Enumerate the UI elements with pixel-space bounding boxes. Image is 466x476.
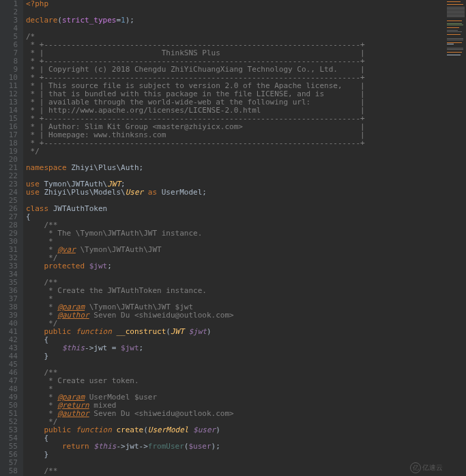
code-line[interactable]: namespace Zhiyi\Plus\Auth;	[26, 164, 446, 172]
code-line[interactable]: public function __construct(JWT $jwt)	[26, 328, 446, 336]
minimap-strip	[447, 16, 465, 17]
minimap-strip	[447, 40, 463, 40]
minimap-strip	[447, 23, 462, 24]
minimap-strip	[447, 38, 463, 39]
code-line[interactable]	[26, 459, 446, 467]
code-line[interactable]: * The \Tymon\JWTAuth\JWT instance.	[26, 229, 446, 238]
minimap-strip	[447, 55, 461, 55]
code-line[interactable]	[26, 25, 446, 33]
minimap-strip	[447, 48, 463, 48]
minimap-strip	[447, 34, 461, 35]
code-line[interactable]: * Create user token.	[26, 377, 446, 385]
code-line[interactable]: $this->jwt = $jwt;	[26, 344, 446, 352]
watermark: 亿 亿速云	[410, 462, 443, 473]
line-number-gutter: 1234567891011121314151617181920212223242…	[0, 0, 23, 476]
code-line[interactable]	[26, 361, 446, 369]
minimap-strip	[447, 42, 462, 43]
line-number: 58	[3, 467, 18, 475]
minimap-strip	[447, 12, 465, 13]
code-line[interactable]: }	[26, 451, 446, 459]
code-line[interactable]: /**	[26, 467, 446, 475]
minimap-strip	[447, 10, 465, 10]
code-line[interactable]: * @author Seven Du <shiweidu@outlook.com…	[26, 410, 446, 418]
minimap[interactable]	[446, 0, 466, 476]
code-line[interactable]: declare(strict_types=1);	[26, 16, 446, 25]
code-line[interactable]: public function create(UserModel $user)	[26, 426, 446, 434]
code-line[interactable]: }	[26, 352, 446, 361]
code-line[interactable]: protected $jwt;	[26, 262, 446, 270]
code-line[interactable]: * @author Seven Du <shiweidu@outlook.com…	[26, 311, 446, 320]
minimap-strip	[447, 14, 465, 14]
minimap-strip	[447, 1, 461, 2]
minimap-strip	[447, 11, 465, 12]
minimap-strip	[447, 30, 458, 31]
minimap-strip	[447, 31, 462, 32]
code-area[interactable]: <?php declare(strict_types=1); /* * +---…	[23, 0, 446, 476]
code-line[interactable]: * @var \Tymon\JWTAuth\JWT	[26, 246, 446, 254]
minimap-strip	[447, 20, 462, 21]
minimap-strip	[447, 44, 454, 44]
code-line[interactable]: <?php	[26, 0, 446, 8]
code-line[interactable]	[26, 270, 446, 279]
code-line[interactable]: * Create the JWTAuthToken instance.	[26, 287, 446, 295]
code-line[interactable]: */	[26, 148, 446, 156]
minimap-strip	[447, 52, 462, 53]
code-editor: 1234567891011121314151617181920212223242…	[0, 0, 446, 476]
minimap-strip	[447, 7, 465, 8]
code-line[interactable]: * +-------------------------------------…	[26, 139, 446, 148]
code-line[interactable]: {	[26, 213, 446, 221]
watermark-text: 亿速云	[422, 464, 443, 472]
minimap-strip	[447, 8, 465, 9]
minimap-strip	[447, 49, 463, 50]
minimap-strip	[447, 15, 465, 16]
watermark-logo-icon: 亿	[410, 462, 421, 473]
code-line[interactable]: use Zhiyi\Plus\Models\User as UserModel;	[26, 188, 446, 197]
minimap-strip	[447, 27, 459, 28]
code-line[interactable]: class JWTAuthToken	[26, 205, 446, 213]
minimap-strip	[447, 4, 463, 5]
minimap-strip	[447, 25, 463, 25]
code-line[interactable]: return $this->jwt->fromUser($user);	[26, 443, 446, 451]
